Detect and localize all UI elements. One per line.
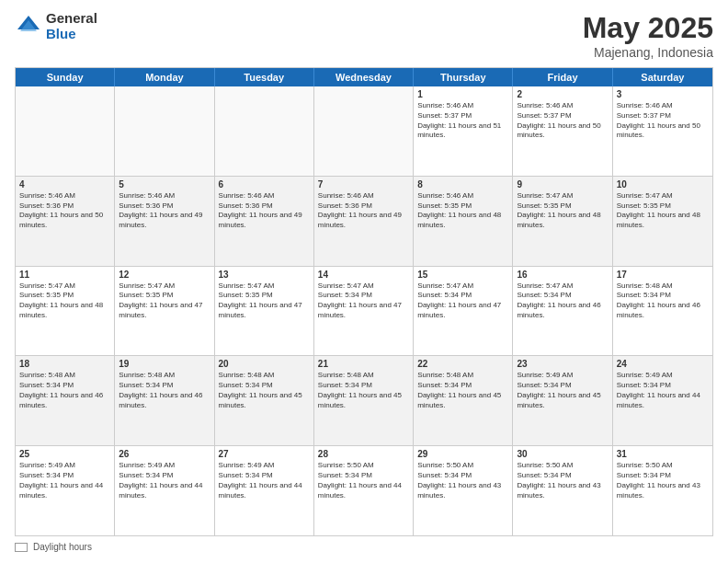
logo-text: General Blue (46, 11, 97, 41)
cell-text: Sunrise: 5:46 AMSunset: 5:37 PMDaylight:… (417, 101, 508, 141)
cal-cell (115, 86, 214, 176)
day-number: 9 (517, 179, 608, 190)
cal-header-saturday: Saturday (613, 68, 712, 86)
cell-text: Sunrise: 5:46 AMSunset: 5:36 PMDaylight:… (219, 191, 310, 231)
day-number: 15 (417, 270, 508, 280)
cell-text: Sunrise: 5:47 AMSunset: 5:34 PMDaylight:… (318, 282, 409, 321)
daylight-label: Daylight hours (33, 542, 92, 552)
cal-cell: 18Sunrise: 5:48 AMSunset: 5:34 PMDayligh… (16, 356, 115, 445)
cal-row-1: 1Sunrise: 5:46 AMSunset: 5:37 PMDaylight… (16, 86, 712, 176)
day-number: 13 (219, 270, 310, 280)
cal-cell: 29Sunrise: 5:50 AMSunset: 5:34 PMDayligh… (414, 446, 513, 535)
cell-text: Sunrise: 5:47 AMSunset: 5:35 PMDaylight:… (19, 282, 110, 321)
cal-row-2: 4Sunrise: 5:46 AMSunset: 5:36 PMDaylight… (16, 176, 712, 266)
cell-text: Sunrise: 5:48 AMSunset: 5:34 PMDaylight:… (19, 371, 110, 410)
cell-text: Sunrise: 5:47 AMSunset: 5:35 PMDaylight:… (219, 282, 310, 321)
calendar: SundayMondayTuesdayWednesdayThursdayFrid… (15, 67, 713, 536)
cal-cell: 12Sunrise: 5:47 AMSunset: 5:35 PMDayligh… (115, 267, 214, 356)
day-number: 29 (417, 449, 508, 459)
cell-text: Sunrise: 5:46 AMSunset: 5:35 PMDaylight:… (417, 191, 508, 231)
cal-cell: 15Sunrise: 5:47 AMSunset: 5:34 PMDayligh… (414, 267, 513, 356)
footer: Daylight hours (15, 542, 713, 552)
cell-text: Sunrise: 5:49 AMSunset: 5:34 PMDaylight:… (19, 461, 110, 500)
calendar-body: 1Sunrise: 5:46 AMSunset: 5:37 PMDaylight… (16, 86, 712, 535)
cell-text: Sunrise: 5:47 AMSunset: 5:34 PMDaylight:… (517, 282, 608, 321)
cal-cell: 23Sunrise: 5:49 AMSunset: 5:34 PMDayligh… (513, 356, 612, 445)
cal-cell: 10Sunrise: 5:47 AMSunset: 5:35 PMDayligh… (613, 177, 712, 266)
cal-cell: 26Sunrise: 5:49 AMSunset: 5:34 PMDayligh… (115, 446, 214, 535)
cell-text: Sunrise: 5:50 AMSunset: 5:34 PMDaylight:… (517, 461, 608, 500)
cal-row-3: 11Sunrise: 5:47 AMSunset: 5:35 PMDayligh… (16, 266, 712, 356)
logo-icon (15, 13, 42, 40)
day-number: 25 (19, 449, 110, 459)
cal-header-wednesday: Wednesday (314, 68, 414, 86)
cal-cell: 22Sunrise: 5:48 AMSunset: 5:34 PMDayligh… (414, 356, 513, 445)
day-number: 1 (417, 89, 508, 99)
day-number: 16 (517, 270, 608, 280)
cal-cell: 24Sunrise: 5:49 AMSunset: 5:34 PMDayligh… (613, 356, 712, 445)
cal-cell: 11Sunrise: 5:47 AMSunset: 5:35 PMDayligh… (16, 267, 115, 356)
day-number: 7 (318, 179, 409, 190)
day-number: 30 (517, 449, 608, 459)
cal-cell: 28Sunrise: 5:50 AMSunset: 5:34 PMDayligh… (314, 446, 414, 535)
cal-cell: 17Sunrise: 5:48 AMSunset: 5:34 PMDayligh… (613, 267, 712, 356)
cal-row-5: 25Sunrise: 5:49 AMSunset: 5:34 PMDayligh… (16, 445, 712, 535)
day-number: 11 (19, 270, 110, 280)
cal-cell: 2Sunrise: 5:46 AMSunset: 5:37 PMDaylight… (513, 86, 612, 176)
day-number: 19 (119, 359, 210, 369)
cell-text: Sunrise: 5:49 AMSunset: 5:34 PMDaylight:… (617, 371, 709, 410)
day-number: 2 (517, 89, 608, 99)
cell-text: Sunrise: 5:48 AMSunset: 5:34 PMDaylight:… (417, 371, 508, 410)
day-number: 26 (119, 449, 210, 459)
cell-text: Sunrise: 5:48 AMSunset: 5:34 PMDaylight:… (318, 371, 409, 410)
cell-text: Sunrise: 5:46 AMSunset: 5:37 PMDaylight:… (617, 101, 709, 141)
cell-text: Sunrise: 5:46 AMSunset: 5:36 PMDaylight:… (318, 191, 409, 231)
day-number: 20 (219, 359, 310, 369)
logo-blue: Blue (46, 27, 97, 42)
day-number: 28 (318, 449, 409, 459)
cal-cell: 20Sunrise: 5:48 AMSunset: 5:34 PMDayligh… (215, 356, 314, 445)
cal-cell (314, 86, 414, 176)
logo: General Blue (15, 11, 97, 41)
day-number: 17 (617, 270, 709, 280)
day-number: 14 (318, 270, 409, 280)
cal-cell: 7Sunrise: 5:46 AMSunset: 5:36 PMDaylight… (314, 177, 414, 266)
cell-text: Sunrise: 5:46 AMSunset: 5:36 PMDaylight:… (19, 191, 110, 231)
cal-cell: 19Sunrise: 5:48 AMSunset: 5:34 PMDayligh… (115, 356, 214, 445)
cal-cell: 21Sunrise: 5:48 AMSunset: 5:34 PMDayligh… (314, 356, 414, 445)
cal-cell: 4Sunrise: 5:46 AMSunset: 5:36 PMDaylight… (16, 177, 115, 266)
day-number: 6 (219, 179, 310, 190)
cell-text: Sunrise: 5:47 AMSunset: 5:35 PMDaylight:… (119, 282, 210, 321)
cal-cell: 8Sunrise: 5:46 AMSunset: 5:35 PMDaylight… (414, 177, 513, 266)
cell-text: Sunrise: 5:47 AMSunset: 5:35 PMDaylight:… (617, 191, 709, 231)
day-number: 27 (219, 449, 310, 459)
cell-text: Sunrise: 5:50 AMSunset: 5:34 PMDaylight:… (417, 461, 508, 500)
cal-header-tuesday: Tuesday (215, 68, 314, 86)
cal-cell: 25Sunrise: 5:49 AMSunset: 5:34 PMDayligh… (16, 446, 115, 535)
cal-cell: 9Sunrise: 5:47 AMSunset: 5:35 PMDaylight… (513, 177, 612, 266)
header: General Blue May 2025 Majenang, Indonesi… (15, 11, 713, 60)
cal-header-sunday: Sunday (16, 68, 115, 86)
daylight-box-icon (15, 543, 28, 552)
calendar-header: SundayMondayTuesdayWednesdayThursdayFrid… (16, 68, 712, 86)
day-number: 4 (19, 179, 110, 190)
day-number: 8 (417, 179, 508, 190)
cell-text: Sunrise: 5:50 AMSunset: 5:34 PMDaylight:… (617, 461, 709, 500)
title-block: May 2025 Majenang, Indonesia (583, 11, 713, 60)
day-number: 23 (517, 359, 608, 369)
title-location: Majenang, Indonesia (583, 45, 713, 60)
cell-text: Sunrise: 5:48 AMSunset: 5:34 PMDaylight:… (119, 371, 210, 410)
cal-cell: 3Sunrise: 5:46 AMSunset: 5:37 PMDaylight… (613, 86, 712, 176)
day-number: 10 (617, 179, 709, 190)
cell-text: Sunrise: 5:47 AMSunset: 5:34 PMDaylight:… (417, 282, 508, 321)
cal-cell: 6Sunrise: 5:46 AMSunset: 5:36 PMDaylight… (215, 177, 314, 266)
cell-text: Sunrise: 5:48 AMSunset: 5:34 PMDaylight:… (219, 371, 310, 410)
day-number: 22 (417, 359, 508, 369)
cell-text: Sunrise: 5:49 AMSunset: 5:34 PMDaylight:… (119, 461, 210, 500)
page: General Blue May 2025 Majenang, Indonesi… (0, 0, 728, 563)
cal-cell: 1Sunrise: 5:46 AMSunset: 5:37 PMDaylight… (414, 86, 513, 176)
cal-header-monday: Monday (115, 68, 214, 86)
cal-header-friday: Friday (513, 68, 612, 86)
day-number: 5 (119, 179, 210, 190)
cal-cell: 31Sunrise: 5:50 AMSunset: 5:34 PMDayligh… (613, 446, 712, 535)
